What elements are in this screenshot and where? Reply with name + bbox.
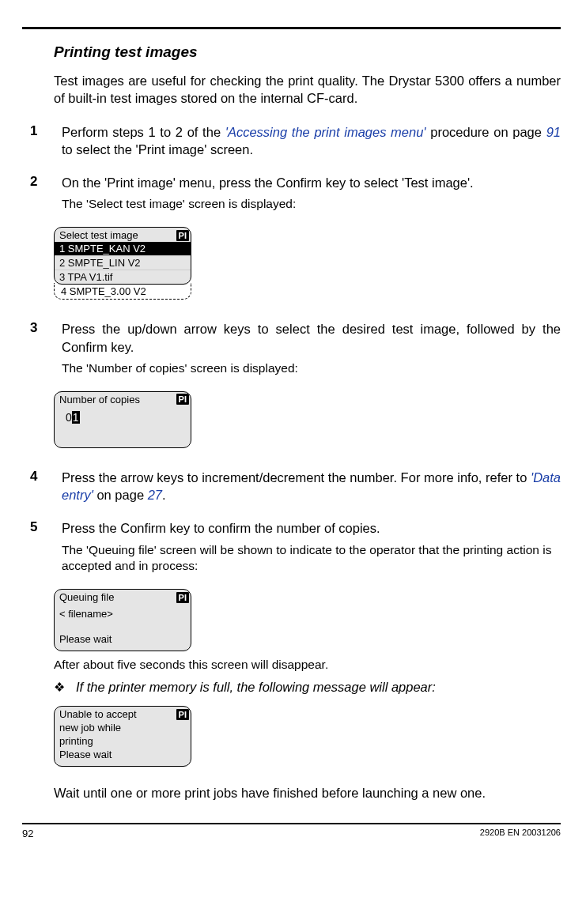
lcd-frame: Select test image PI 1 SMPTE_KAN V2 2 SM… (54, 227, 191, 285)
lcd-body: new job while printing Please wait (55, 721, 191, 766)
closing-text: Wait until one or more print jobs have f… (54, 784, 561, 801)
lcd-header: Queuing file PI (55, 590, 191, 604)
lcd-unable-to-accept: Unable to accept PI new job while printi… (54, 706, 191, 767)
intro-text: Test images are useful for checking the … (54, 72, 561, 107)
text: to select the 'Print image' screen. (62, 142, 253, 157)
digit-highlight: 1 (72, 411, 80, 424)
note-text: If the printer memory is full, the follo… (76, 680, 561, 695)
lcd-header: Unable to accept PI (55, 707, 191, 721)
lcd-title: Unable to accept (59, 708, 173, 720)
after-screen-text: After about five seconds this screen wil… (54, 658, 561, 672)
step-body: Press the arrow keys to increment/decrem… (62, 469, 561, 504)
pi-badge: PI (176, 592, 189, 603)
step-body: On the 'Print image' menu, press the Con… (62, 174, 561, 221)
text: procedure on page (426, 125, 546, 139)
step-number: 4 (22, 469, 62, 504)
lcd-select-test-image: Select test image PI 1 SMPTE_KAN V2 2 SM… (54, 227, 191, 300)
digit: 0 (66, 411, 72, 424)
lcd-row: 2 SMPTE_LIN V2 (55, 255, 191, 270)
pi-badge: PI (176, 230, 189, 241)
section-title: Printing test images (54, 43, 561, 61)
step-number: 3 (22, 320, 62, 384)
sub-text: The 'Number of copies' screen is display… (62, 360, 561, 377)
step-5: 5 Press the Confirm key to confirm the n… (22, 519, 561, 583)
lcd-frame: Number of copies PI 01 (54, 391, 191, 448)
pi-badge: PI (176, 394, 189, 405)
step-2: 2 On the 'Print image' menu, press the C… (22, 174, 561, 221)
lcd-frame: Queuing file PI < filename> Please wait (54, 589, 191, 651)
step-4: 4 Press the arrow keys to increment/decr… (22, 469, 561, 504)
text: Press the arrow keys to increment/decrem… (62, 470, 531, 485)
note: ❖ If the printer memory is full, the fol… (54, 680, 561, 695)
top-rule (22, 27, 561, 29)
link-accessing-menu[interactable]: 'Accessing the print images menu' (225, 125, 426, 139)
pi-badge: PI (176, 709, 189, 720)
text: Perform steps 1 to 2 of the (62, 125, 225, 139)
text: Press the up/down arrow keys to select t… (62, 322, 561, 353)
step-body: Perform steps 1 to 2 of the 'Accessing t… (62, 123, 561, 159)
lcd-row-selected: 1 SMPTE_KAN V2 (55, 242, 191, 255)
copies-value: 01 (55, 406, 191, 432)
sub-text: The 'Queuing file' screen will be shown … (62, 542, 561, 575)
footer-rule (22, 823, 561, 824)
lcd-row: 4 SMPTE_3.00 V2 (55, 285, 191, 299)
lcd-header: Select test image PI (55, 228, 191, 242)
page-ref-27[interactable]: 27 (148, 488, 162, 502)
lcd-line: Please wait (59, 632, 186, 646)
lcd-line: Please wait (59, 748, 186, 761)
lcd-header: Number of copies PI (55, 392, 191, 406)
lcd-row: 3 TPA V1.tif (55, 270, 191, 284)
lcd-line: < filename> (59, 607, 186, 620)
text: Press the Confirm key to confirm the num… (62, 521, 380, 535)
lcd-number-of-copies: Number of copies PI 01 (54, 391, 191, 448)
footer: 92 2920B EN 20031206 (22, 826, 561, 847)
step-1: 1 Perform steps 1 to 2 of the 'Accessing… (22, 123, 561, 159)
lcd-queuing-file: Queuing file PI < filename> Please wait (54, 589, 191, 651)
lcd-line: printing (59, 734, 186, 748)
lcd-title: Number of copies (59, 394, 173, 405)
step-number: 1 (22, 123, 62, 159)
page-ref-91[interactable]: 91 (546, 125, 561, 139)
lcd-overflow: 4 SMPTE_3.00 V2 (54, 283, 191, 300)
page-number: 92 (22, 828, 44, 839)
step-body: Press the Confirm key to confirm the num… (62, 519, 561, 583)
lcd-frame: Unable to accept PI new job while printi… (54, 706, 191, 767)
text: On the 'Print image' menu, press the Con… (62, 175, 474, 190)
lcd-title: Queuing file (59, 591, 173, 603)
text: . (162, 488, 166, 502)
step-body: Press the up/down arrow keys to select t… (62, 320, 561, 384)
step-number: 5 (22, 519, 62, 583)
text: on page (93, 488, 148, 502)
lcd-title: Select test image (59, 229, 173, 241)
lcd-body: < filename> Please wait (55, 604, 191, 651)
diamond-icon: ❖ (54, 680, 76, 695)
step-number: 2 (22, 174, 62, 221)
step-3: 3 Press the up/down arrow keys to select… (22, 320, 561, 384)
lcd-line: new job while (59, 721, 186, 734)
sub-text: The 'Select test image' screen is displa… (62, 196, 561, 213)
doc-id: 2920B EN 20031206 (44, 828, 561, 839)
